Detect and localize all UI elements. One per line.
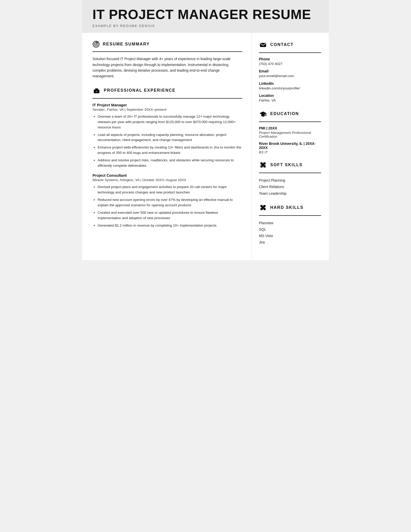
- experience-divider: [92, 98, 242, 99]
- summary-text: Solution-focused IT Project Manager with…: [92, 56, 242, 79]
- resume-title: IT PROJECT MANAGER RESUME: [92, 7, 319, 22]
- briefcase-icon: [92, 86, 101, 95]
- soft-skills-section-title: SOFT SKILLS: [270, 163, 303, 167]
- education-divider: [259, 122, 321, 122]
- hard-skills-section-title: HARD SKILLS: [270, 205, 304, 210]
- soft-skills-divider: [259, 173, 321, 173]
- soft-skill-2: Client Relations: [259, 184, 321, 190]
- job-bullets-2: Devised project plans and engagement act…: [92, 184, 242, 228]
- contact-phone-value: (703) 470 4027: [259, 61, 321, 67]
- edu-institution-1: PMI | 20XX: [259, 126, 321, 130]
- bullet-1-4: Address and resolve project risks, roadb…: [98, 158, 242, 169]
- edu-detail-1: Project Management Professional Certific…: [259, 131, 321, 138]
- contact-linkedin-label: LinkedIn: [259, 81, 321, 86]
- contact-email-label: Email: [259, 69, 321, 73]
- svg-point-2: [96, 44, 97, 45]
- education-header: EDUCATION: [259, 110, 321, 118]
- mortarboard-icon: [259, 110, 267, 118]
- hard-skills-divider: [259, 215, 321, 216]
- contact-location-label: Location: [259, 94, 321, 98]
- bullet-1-3: Enhance project-wide efficiencies by cre…: [98, 145, 242, 156]
- job-entry-2: Project Consultant Miracle Systems, Arli…: [92, 173, 242, 228]
- hard-skills-list: Planview SQL MS Visio Jira: [259, 220, 321, 246]
- bullet-2-1: Devised project plans and engagement act…: [98, 184, 242, 195]
- hard-skill-1: Planview: [259, 220, 321, 226]
- contact-section: CONTACT Phone (703) 470 4027 Email your.…: [259, 41, 321, 103]
- soft-skill-1: Project Planning: [259, 177, 321, 184]
- right-column: CONTACT Phone (703) 470 4027 Email your.…: [252, 33, 329, 260]
- left-column: RESUME SUMMARY Solution-focused IT Proje…: [82, 33, 252, 260]
- svg-rect-10: [96, 91, 97, 92]
- hard-skills-header: HARD SKILLS: [259, 203, 321, 212]
- job-meta-2: Miracle Systems, Arlington, VA | October…: [92, 178, 242, 182]
- resume-page: IT PROJECT MANAGER RESUME EXAMPLE BY RES…: [82, 0, 329, 260]
- puzzle-icon-soft: [259, 161, 267, 169]
- contact-phone-label: Phone: [259, 57, 321, 61]
- experience-section: PROFESSIONAL EXPERIENCE IT Project Manag…: [92, 86, 242, 228]
- education-items: PMI | 20XX Project Management Profession…: [259, 126, 321, 154]
- summary-section: RESUME SUMMARY Solution-focused IT Proje…: [92, 41, 242, 79]
- summary-section-title: RESUME SUMMARY: [103, 42, 150, 46]
- header-banner: IT PROJECT MANAGER RESUME EXAMPLE BY RES…: [82, 0, 329, 33]
- experience-section-title: PROFESSIONAL EXPERIENCE: [104, 88, 176, 93]
- edu-detail-2: BS IT: [259, 150, 321, 154]
- hard-skill-3: MS Visio: [259, 233, 321, 239]
- summary-divider: [92, 51, 242, 52]
- puzzle-icon-hard: [259, 203, 267, 212]
- contact-divider: [259, 52, 321, 53]
- hard-skills-section: HARD SKILLS Planview SQL MS Visio Jira: [259, 203, 321, 246]
- hard-skill-4: Jira: [259, 239, 321, 246]
- summary-header: RESUME SUMMARY: [92, 41, 242, 48]
- edu-institution-2: River Brook University, IL | 20XX-20XX: [259, 142, 321, 150]
- job-title-1: IT Project Manager: [92, 103, 242, 107]
- bullet-1-1: Oversee a team of 20+ IT professionals t…: [98, 114, 242, 130]
- bullet-1-2: Lead all aspects of projects, including …: [98, 132, 242, 143]
- job-entry-1: IT Project Manager Sevatec, Fairfax, VA …: [92, 103, 242, 169]
- soft-skills-list: Project Planning Client Relations Team L…: [259, 177, 321, 197]
- contact-fields: Phone (703) 470 4027 Email your.email@em…: [259, 57, 321, 103]
- contact-location-value: Fairfax, VA: [259, 98, 321, 103]
- job-bullets-1: Oversee a team of 20+ IT professionals t…: [92, 114, 242, 169]
- bullet-2-3: Created and executed over 500 new or upd…: [98, 210, 242, 221]
- bullet-2-4: Generated $1.2 million in revenue by com…: [98, 223, 242, 228]
- content-area: RESUME SUMMARY Solution-focused IT Proje…: [82, 33, 329, 260]
- bullet-2-2: Reduced new account opening errors by ov…: [98, 197, 242, 208]
- contact-header: CONTACT: [259, 41, 321, 49]
- hard-skill-2: SQL: [259, 226, 321, 233]
- job-title-2: Project Consultant: [92, 173, 242, 178]
- contact-linkedin-value: linkedin.com/in/yourprofile/: [259, 86, 321, 91]
- soft-skills-header: SOFT SKILLS: [259, 161, 321, 169]
- mail-icon: [259, 41, 267, 49]
- target-icon: [92, 41, 100, 48]
- header-subtitle: EXAMPLE BY RESUME GENIUS: [92, 24, 319, 28]
- contact-email-value: your.email@email.com: [259, 73, 321, 79]
- soft-skill-3: Team Leadership: [259, 190, 321, 197]
- experience-header: PROFESSIONAL EXPERIENCE: [92, 86, 242, 95]
- job-meta-1: Sevatec, Fairfax, VA | September 20XX–pr…: [92, 108, 242, 111]
- contact-section-title: CONTACT: [270, 42, 294, 47]
- svg-point-14: [265, 115, 266, 116]
- education-section-title: EDUCATION: [270, 111, 299, 116]
- soft-skills-section: SOFT SKILLS Project Planning Client Rela…: [259, 161, 321, 197]
- education-section: EDUCATION PMI | 20XX Project Management …: [259, 110, 321, 154]
